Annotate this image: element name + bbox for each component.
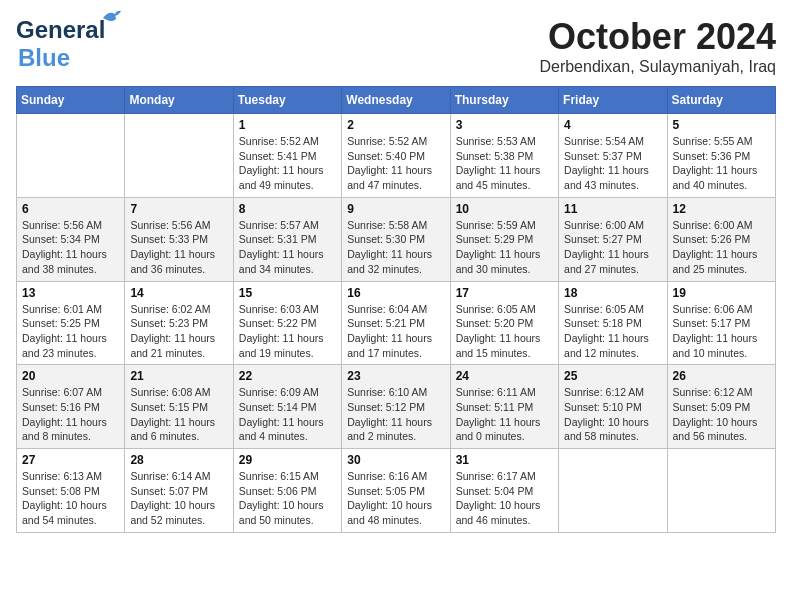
calendar-cell: 11Sunrise: 6:00 AM Sunset: 5:27 PM Dayli… [559,197,667,281]
day-number: 19 [673,286,770,300]
day-info: Sunrise: 5:57 AM Sunset: 5:31 PM Dayligh… [239,218,336,277]
day-info: Sunrise: 6:16 AM Sunset: 5:05 PM Dayligh… [347,469,444,528]
day-info: Sunrise: 6:14 AM Sunset: 5:07 PM Dayligh… [130,469,227,528]
day-number: 26 [673,369,770,383]
logo: General Blue [16,16,105,72]
day-number: 13 [22,286,119,300]
title-block: October 2024 Derbendixan, Sulaymaniyah, … [539,16,776,76]
calendar-cell: 24Sunrise: 6:11 AM Sunset: 5:11 PM Dayli… [450,365,558,449]
day-info: Sunrise: 6:07 AM Sunset: 5:16 PM Dayligh… [22,385,119,444]
calendar-cell: 12Sunrise: 6:00 AM Sunset: 5:26 PM Dayli… [667,197,775,281]
calendar-cell: 14Sunrise: 6:02 AM Sunset: 5:23 PM Dayli… [125,281,233,365]
day-number: 5 [673,118,770,132]
calendar-cell: 27Sunrise: 6:13 AM Sunset: 5:08 PM Dayli… [17,449,125,533]
day-info: Sunrise: 6:02 AM Sunset: 5:23 PM Dayligh… [130,302,227,361]
day-number: 28 [130,453,227,467]
day-number: 27 [22,453,119,467]
calendar-cell: 4Sunrise: 5:54 AM Sunset: 5:37 PM Daylig… [559,114,667,198]
logo-blue: Blue [18,44,70,72]
day-info: Sunrise: 5:52 AM Sunset: 5:40 PM Dayligh… [347,134,444,193]
calendar-header-sunday: Sunday [17,87,125,114]
calendar-header-thursday: Thursday [450,87,558,114]
day-number: 31 [456,453,553,467]
day-info: Sunrise: 6:17 AM Sunset: 5:04 PM Dayligh… [456,469,553,528]
calendar-cell: 31Sunrise: 6:17 AM Sunset: 5:04 PM Dayli… [450,449,558,533]
calendar-header-row: SundayMondayTuesdayWednesdayThursdayFrid… [17,87,776,114]
calendar-cell: 20Sunrise: 6:07 AM Sunset: 5:16 PM Dayli… [17,365,125,449]
location-title: Derbendixan, Sulaymaniyah, Iraq [539,58,776,76]
day-info: Sunrise: 6:13 AM Sunset: 5:08 PM Dayligh… [22,469,119,528]
day-info: Sunrise: 6:00 AM Sunset: 5:27 PM Dayligh… [564,218,661,277]
day-info: Sunrise: 6:06 AM Sunset: 5:17 PM Dayligh… [673,302,770,361]
calendar-week-row: 6Sunrise: 5:56 AM Sunset: 5:34 PM Daylig… [17,197,776,281]
calendar-cell: 15Sunrise: 6:03 AM Sunset: 5:22 PM Dayli… [233,281,341,365]
logo-general: General [16,16,105,43]
day-number: 15 [239,286,336,300]
day-number: 4 [564,118,661,132]
calendar-cell: 1Sunrise: 5:52 AM Sunset: 5:41 PM Daylig… [233,114,341,198]
day-number: 6 [22,202,119,216]
calendar-week-row: 27Sunrise: 6:13 AM Sunset: 5:08 PM Dayli… [17,449,776,533]
day-info: Sunrise: 5:59 AM Sunset: 5:29 PM Dayligh… [456,218,553,277]
calendar-cell [125,114,233,198]
day-number: 10 [456,202,553,216]
day-info: Sunrise: 6:04 AM Sunset: 5:21 PM Dayligh… [347,302,444,361]
calendar-cell: 30Sunrise: 6:16 AM Sunset: 5:05 PM Dayli… [342,449,450,533]
day-number: 23 [347,369,444,383]
day-info: Sunrise: 5:58 AM Sunset: 5:30 PM Dayligh… [347,218,444,277]
day-info: Sunrise: 5:54 AM Sunset: 5:37 PM Dayligh… [564,134,661,193]
day-info: Sunrise: 5:56 AM Sunset: 5:33 PM Dayligh… [130,218,227,277]
day-info: Sunrise: 6:11 AM Sunset: 5:11 PM Dayligh… [456,385,553,444]
day-number: 30 [347,453,444,467]
logo-bird-icon [101,8,123,26]
day-number: 1 [239,118,336,132]
day-info: Sunrise: 6:12 AM Sunset: 5:09 PM Dayligh… [673,385,770,444]
day-number: 7 [130,202,227,216]
day-info: Sunrise: 6:12 AM Sunset: 5:10 PM Dayligh… [564,385,661,444]
day-info: Sunrise: 5:52 AM Sunset: 5:41 PM Dayligh… [239,134,336,193]
day-info: Sunrise: 6:09 AM Sunset: 5:14 PM Dayligh… [239,385,336,444]
day-info: Sunrise: 6:05 AM Sunset: 5:18 PM Dayligh… [564,302,661,361]
calendar-cell: 17Sunrise: 6:05 AM Sunset: 5:20 PM Dayli… [450,281,558,365]
calendar-cell: 19Sunrise: 6:06 AM Sunset: 5:17 PM Dayli… [667,281,775,365]
day-info: Sunrise: 5:56 AM Sunset: 5:34 PM Dayligh… [22,218,119,277]
calendar-cell: 23Sunrise: 6:10 AM Sunset: 5:12 PM Dayli… [342,365,450,449]
day-info: Sunrise: 6:05 AM Sunset: 5:20 PM Dayligh… [456,302,553,361]
calendar-cell: 10Sunrise: 5:59 AM Sunset: 5:29 PM Dayli… [450,197,558,281]
day-number: 18 [564,286,661,300]
day-number: 17 [456,286,553,300]
day-number: 11 [564,202,661,216]
calendar-cell: 22Sunrise: 6:09 AM Sunset: 5:14 PM Dayli… [233,365,341,449]
calendar-cell: 28Sunrise: 6:14 AM Sunset: 5:07 PM Dayli… [125,449,233,533]
day-info: Sunrise: 5:55 AM Sunset: 5:36 PM Dayligh… [673,134,770,193]
calendar-table: SundayMondayTuesdayWednesdayThursdayFrid… [16,86,776,533]
day-number: 2 [347,118,444,132]
day-number: 14 [130,286,227,300]
calendar-cell: 26Sunrise: 6:12 AM Sunset: 5:09 PM Dayli… [667,365,775,449]
calendar-header-friday: Friday [559,87,667,114]
day-number: 21 [130,369,227,383]
day-number: 24 [456,369,553,383]
day-number: 22 [239,369,336,383]
calendar-cell: 16Sunrise: 6:04 AM Sunset: 5:21 PM Dayli… [342,281,450,365]
page-header: General Blue October 2024 Derbendixan, S… [16,16,776,76]
day-info: Sunrise: 5:53 AM Sunset: 5:38 PM Dayligh… [456,134,553,193]
day-number: 3 [456,118,553,132]
calendar-week-row: 20Sunrise: 6:07 AM Sunset: 5:16 PM Dayli… [17,365,776,449]
day-info: Sunrise: 6:00 AM Sunset: 5:26 PM Dayligh… [673,218,770,277]
day-info: Sunrise: 6:03 AM Sunset: 5:22 PM Dayligh… [239,302,336,361]
calendar-cell [667,449,775,533]
calendar-cell: 2Sunrise: 5:52 AM Sunset: 5:40 PM Daylig… [342,114,450,198]
calendar-cell: 7Sunrise: 5:56 AM Sunset: 5:33 PM Daylig… [125,197,233,281]
month-title: October 2024 [539,16,776,58]
calendar-week-row: 13Sunrise: 6:01 AM Sunset: 5:25 PM Dayli… [17,281,776,365]
calendar-cell [559,449,667,533]
day-number: 8 [239,202,336,216]
day-info: Sunrise: 6:08 AM Sunset: 5:15 PM Dayligh… [130,385,227,444]
calendar-header-tuesday: Tuesday [233,87,341,114]
calendar-cell: 3Sunrise: 5:53 AM Sunset: 5:38 PM Daylig… [450,114,558,198]
day-number: 9 [347,202,444,216]
calendar-cell: 8Sunrise: 5:57 AM Sunset: 5:31 PM Daylig… [233,197,341,281]
calendar-header-saturday: Saturday [667,87,775,114]
calendar-header-wednesday: Wednesday [342,87,450,114]
